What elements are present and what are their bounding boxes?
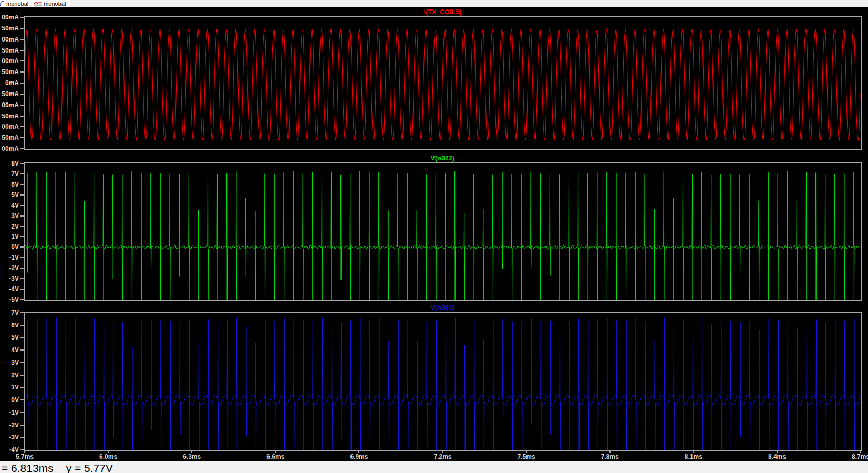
status-bar: = 6.813ms y = 5.77V <box>0 461 868 473</box>
tab-waveform-monobal[interactable]: monobal <box>33 0 70 7</box>
y-tick-mark <box>20 289 24 290</box>
y-tick-mark <box>20 362 24 363</box>
y-tick-label: 00mA <box>0 123 19 130</box>
y-tick-label: 00mA <box>0 36 19 43</box>
y-tick-mark <box>20 173 24 174</box>
y-tick-label: 3V <box>0 212 19 220</box>
x-tick-label: 7.5ms <box>515 453 538 460</box>
x-tick-label: 5.7ms <box>13 453 36 460</box>
y-tick-label: 50mA <box>0 68 19 76</box>
x-tick-label: 7.2ms <box>431 453 454 460</box>
y-tick-mark <box>20 226 24 227</box>
trace-title-vn023[interactable]: V(n023) <box>24 304 862 311</box>
vn022-trace <box>25 163 861 300</box>
y-tick-mark <box>20 126 24 127</box>
y-tick-label: 0mA <box>0 79 19 87</box>
y-tick-label: 0V <box>0 243 19 251</box>
y-tick-mark <box>20 349 24 351</box>
x-tick-label: 6.9ms <box>347 453 370 460</box>
y-tick-mark <box>20 94 24 95</box>
vn023-trace <box>25 313 861 450</box>
y-tick-label: -1V <box>0 409 19 416</box>
y-tick-label: 4V <box>0 202 19 209</box>
y-tick-label: -3V <box>0 434 19 441</box>
y-tick-label: -2V <box>0 421 19 429</box>
tab-schematic-monobal[interactable]: monobal <box>0 0 33 7</box>
waveform-viewer[interactable]: I(TX_COIL5) 00mA50mA00mA50mA00mA50mA0mA5… <box>0 7 868 461</box>
x-tick-label: 6.6ms <box>264 453 287 460</box>
y-tick-mark <box>20 437 24 438</box>
y-tick-mark <box>20 257 24 258</box>
cursor-y-readout: y = 5.77V <box>66 461 113 473</box>
y-tick-label: 5V <box>0 191 19 199</box>
y-tick-mark <box>20 375 24 376</box>
trace-title-itx-coil5[interactable]: I(TX_COIL5) <box>24 8 862 16</box>
y-tick-mark <box>20 83 24 84</box>
y-tick-label: 2V <box>0 372 19 379</box>
current-trace <box>25 17 861 149</box>
x-tick-label: 8.1ms <box>682 453 705 460</box>
y-tick-mark <box>20 39 24 40</box>
y-tick-label: 3V <box>0 359 19 366</box>
y-tick-mark <box>20 299 24 300</box>
y-tick-mark <box>20 312 24 313</box>
y-tick-mark <box>20 148 24 149</box>
plot-pane-vn023[interactable] <box>24 312 862 451</box>
y-tick-mark <box>20 399 24 400</box>
y-tick-label: 00mA <box>0 145 19 152</box>
y-tick-mark <box>20 163 24 164</box>
y-tick-label: -5V <box>0 296 19 303</box>
y-tick-mark <box>20 137 24 138</box>
y-tick-label: 4V <box>0 346 19 354</box>
y-tick-mark <box>20 60 24 61</box>
tab-label: monobal <box>6 1 28 7</box>
y-tick-label: -1V <box>0 254 19 261</box>
y-tick-label: 1V <box>0 384 19 391</box>
y-tick-mark <box>20 105 24 106</box>
y-tick-mark <box>20 50 24 51</box>
y-tick-mark <box>20 387 24 388</box>
x-tick-label: 8.7ms <box>849 453 868 460</box>
waveform-icon <box>34 1 42 6</box>
y-tick-label: -3V <box>0 275 19 282</box>
y-tick-label: 5V <box>0 334 19 341</box>
y-tick-label: 50mA <box>0 112 19 120</box>
y-tick-label: 00mA <box>0 57 19 65</box>
y-tick-label: 6V <box>0 181 19 188</box>
y-tick-mark <box>20 425 24 426</box>
y-tick-label: 2V <box>0 223 19 230</box>
tab-bar: monobal monobal <box>0 0 868 7</box>
cursor-x-readout: = 6.813ms <box>2 461 54 473</box>
tab-label: monobal <box>44 1 66 7</box>
y-tick-label: 8V <box>0 160 19 167</box>
x-tick-label: 8.4ms <box>766 453 789 460</box>
y-tick-label: 6V <box>0 322 19 329</box>
y-tick-label: 00mA <box>0 14 19 21</box>
y-tick-label: 50mA <box>0 47 19 54</box>
trace-title-vn022[interactable]: V(n022) <box>24 155 862 162</box>
y-tick-mark <box>20 337 24 338</box>
x-tick-label: 6.0ms <box>97 453 120 460</box>
y-tick-label: -4V <box>0 285 19 293</box>
y-tick-label: 1V <box>0 233 19 240</box>
y-tick-label: 7V <box>0 170 19 178</box>
y-tick-mark <box>20 268 24 269</box>
y-tick-label: 50mA <box>0 134 19 141</box>
y-tick-mark <box>20 412 24 413</box>
y-tick-label: -2V <box>0 264 19 272</box>
y-tick-mark <box>20 194 24 196</box>
y-tick-mark <box>20 71 24 73</box>
y-tick-label: 7V <box>0 309 19 316</box>
y-tick-mark <box>20 449 24 450</box>
schematic-icon <box>0 1 4 6</box>
y-tick-mark <box>20 28 24 29</box>
x-tick-label: 6.3ms <box>180 453 203 460</box>
y-tick-label: 50mA <box>0 25 19 32</box>
plot-pane-vn022[interactable] <box>24 162 862 301</box>
y-tick-label: 00mA <box>0 101 19 109</box>
y-tick-label: 0V <box>0 396 19 404</box>
y-tick-mark <box>20 215 24 217</box>
y-tick-mark <box>20 184 24 185</box>
plot-pane-current[interactable] <box>24 16 862 150</box>
y-tick-mark <box>20 236 24 237</box>
